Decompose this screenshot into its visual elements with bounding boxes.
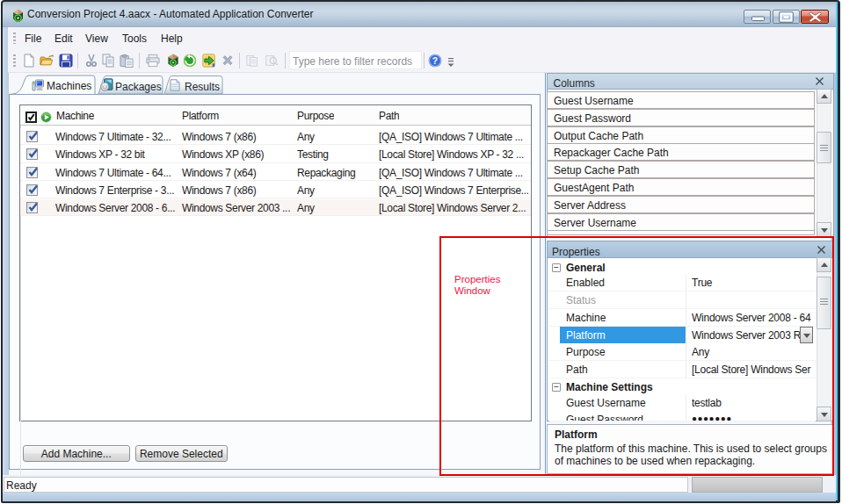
svg-text:?: ? [432,56,438,66]
